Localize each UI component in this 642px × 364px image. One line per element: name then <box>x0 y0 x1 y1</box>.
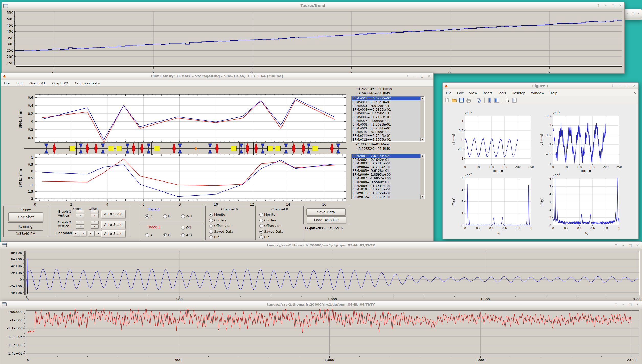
minimize-icon[interactable]: – <box>622 243 625 247</box>
trace2-b-radio[interactable] <box>163 233 167 237</box>
graph2-zoom-up[interactable]: ^ <box>76 221 84 225</box>
graph2-offset-down[interactable]: v <box>91 225 99 229</box>
save-icon[interactable] <box>459 97 464 103</box>
trace2-a-radio[interactable] <box>145 233 149 237</box>
bpmx-list[interactable]: BPMx001=+6.0272e-02BPMx002=+3.4640e-01BP… <box>351 96 425 142</box>
list-item[interactable]: BPMz002=-2.1642e-01 <box>352 158 424 162</box>
channel-a-file-radio[interactable] <box>209 235 213 239</box>
save-data-button[interactable]: Save Data <box>306 208 346 216</box>
list-item[interactable]: BPMx001=+6.0272e-02 <box>352 97 424 100</box>
channel-b-monitor-radio[interactable] <box>259 213 263 217</box>
list-item[interactable]: BPMx005=-1.2758e-01 <box>352 111 424 115</box>
print-icon[interactable] <box>466 97 471 103</box>
close-icon[interactable]: ✕ <box>636 243 639 247</box>
list-item[interactable]: BPMx009=+5.2581e-01 <box>352 127 424 130</box>
horizontal-offset-left[interactable]: < <box>88 231 95 236</box>
graph2-autoscale-button[interactable]: Auto Scale <box>101 221 126 229</box>
channel-a-saved-data-radio[interactable] <box>209 230 213 234</box>
list-item[interactable]: BPMx004=+3.9853e-01 <box>352 108 424 112</box>
graph2-offset-up[interactable]: ^ <box>91 221 99 225</box>
menu-item-file[interactable]: File <box>446 91 452 95</box>
link-icon[interactable] <box>476 97 482 103</box>
maximize-icon[interactable]: □ <box>629 303 632 306</box>
channel-a-monitor-radio[interactable] <box>209 213 213 217</box>
list-item[interactable]: BPMx006=+1.2169e-01 <box>352 115 424 119</box>
raise-icon[interactable]: ↑ <box>614 303 618 306</box>
menu-item-graph-1[interactable]: Graph #1 <box>29 81 46 85</box>
open-folder-icon[interactable] <box>452 97 457 103</box>
list-item[interactable]: BPMx011=+5.7345e-01 <box>352 134 424 138</box>
one-shot-button[interactable]: One Shot <box>8 212 43 221</box>
minimize-icon[interactable]: – <box>618 84 622 88</box>
list-item[interactable]: BPMx003=-4.5128e-01 <box>352 104 424 108</box>
close-icon[interactable]: ✕ <box>633 84 636 88</box>
graph1-zoom-down[interactable]: v <box>76 214 84 218</box>
graph2-zoom-down[interactable]: v <box>76 225 84 229</box>
list-item[interactable]: BPMz009=+1.7310e-01 <box>352 184 424 188</box>
running-button[interactable]: Running <box>8 222 43 231</box>
figure1-titlebar[interactable]: Figure 1 ↑–□✕ <box>443 83 638 90</box>
menu-item-edit[interactable]: Edit <box>457 91 464 95</box>
bpmz-list[interactable]: BPMz001=-7.6714e-02BPMz002=-2.1642e-01BP… <box>351 154 425 199</box>
list-item[interactable]: BPMz006=-1.8593e+00 <box>352 173 424 177</box>
minimize-icon[interactable]: – <box>626 12 629 15</box>
graph1-offset-down[interactable]: v <box>91 214 99 218</box>
menu-item-edit[interactable]: Edit <box>16 81 23 85</box>
graph1-autoscale-button[interactable]: Auto Scale <box>101 210 126 218</box>
channel-b-file-radio[interactable] <box>259 235 263 239</box>
minimize-icon[interactable]: – <box>604 4 607 7</box>
list-item[interactable]: BPMz007=-1.6857e+00 <box>352 177 424 180</box>
close-icon[interactable]: ✕ <box>427 74 431 78</box>
list-item[interactable]: BPMz004=+4.7064e-01 <box>352 165 424 169</box>
maximize-icon[interactable]: □ <box>420 74 424 78</box>
menu-item-tools[interactable]: Tools <box>498 91 506 95</box>
taurustrend-titlebar[interactable]: TaurusTrend ↑–□✕ <box>2 2 624 9</box>
menu-item-help[interactable]: Help <box>550 91 557 95</box>
minimize-icon[interactable]: – <box>622 303 625 306</box>
raise-icon[interactable]: ↑ <box>614 243 618 247</box>
minimize-icon[interactable]: – <box>413 74 416 78</box>
trace2-off-radio[interactable] <box>181 226 185 230</box>
raise-icon[interactable]: ↑ <box>406 74 409 78</box>
legend-icon[interactable] <box>494 97 500 103</box>
menu-item-view[interactable]: View <box>469 91 477 95</box>
list-item[interactable]: BPMx008=+1.3628e-01 <box>352 123 424 127</box>
scrollbar[interactable]: ▲▼ <box>420 97 424 141</box>
list-item[interactable]: BPMz001=-7.6714e-02 <box>352 154 424 158</box>
menu-item-desktop[interactable]: Desktop <box>512 91 525 95</box>
close-icon[interactable]: ✕ <box>636 303 639 306</box>
close-icon[interactable]: ✕ <box>637 12 640 15</box>
channel-b-golden-radio[interactable] <box>259 219 263 222</box>
load-data-file-button[interactable]: Load Data File <box>307 216 346 223</box>
trace1-b-radio[interactable] <box>163 214 167 218</box>
graph1-zoom-up[interactable]: ^ <box>76 210 84 214</box>
scroll-up-icon[interactable]: ▲ <box>420 97 424 100</box>
list-item[interactable]: BPMz012=+5.3328e-01 <box>352 195 424 199</box>
trace2-ab-radio[interactable] <box>181 233 185 237</box>
maximize-icon[interactable]: □ <box>625 84 629 88</box>
scroll-up-icon[interactable]: ▲ <box>420 154 424 158</box>
new-file-icon[interactable] <box>444 97 450 103</box>
maximize-icon[interactable]: □ <box>631 12 635 15</box>
channel-a-offset-sp-radio[interactable] <box>209 224 213 228</box>
list-item[interactable]: BPMx007=-1.0655e-02 <box>352 119 424 123</box>
list-item[interactable]: BPMx002=+3.4640e-01 <box>352 100 424 104</box>
menu-item-file[interactable]: File <box>4 81 10 85</box>
list-item[interactable]: BPMz008=-9.5560e-01 <box>352 180 424 184</box>
maximize-icon[interactable]: □ <box>611 4 615 7</box>
maximize-icon[interactable]: □ <box>629 243 632 247</box>
menu-item-common-tasks[interactable]: Common Tasks <box>75 81 100 85</box>
plot-family-titlebar[interactable]: Plot Family: THOMX - StorageRing - 50e-3… <box>1 73 433 80</box>
scroll-down-icon[interactable]: ▼ <box>420 195 424 199</box>
dock-icon[interactable]: ↘ <box>634 91 636 95</box>
menu-item-graph-2[interactable]: Graph #2 <box>52 81 68 85</box>
list-item[interactable]: BPMz005=-9.6128e-01 <box>352 169 424 173</box>
list-item[interactable]: BPMz010=+8.2735e-01 <box>352 188 424 191</box>
close-icon[interactable]: ✕ <box>618 4 622 7</box>
cursor-icon[interactable] <box>504 97 510 103</box>
colorbar-icon[interactable] <box>487 97 492 103</box>
scroll-down-icon[interactable]: ▼ <box>420 138 424 141</box>
raise-icon[interactable]: ↑ <box>611 84 614 88</box>
channel-b-saved-data-radio[interactable] <box>259 230 263 234</box>
horizontal-zoom-left[interactable]: < <box>73 231 80 236</box>
